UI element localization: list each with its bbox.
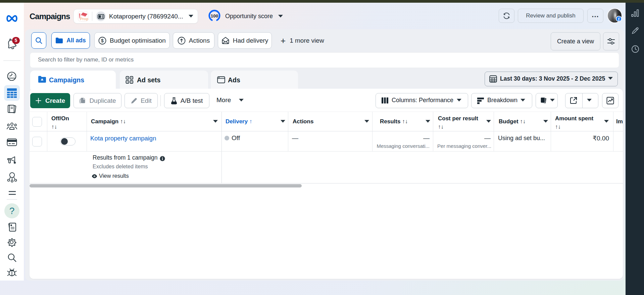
- svg-text:100: 100: [211, 13, 218, 18]
- svg-text:$: $: [101, 38, 104, 43]
- svg-text:Prop: Prop: [80, 17, 89, 21]
